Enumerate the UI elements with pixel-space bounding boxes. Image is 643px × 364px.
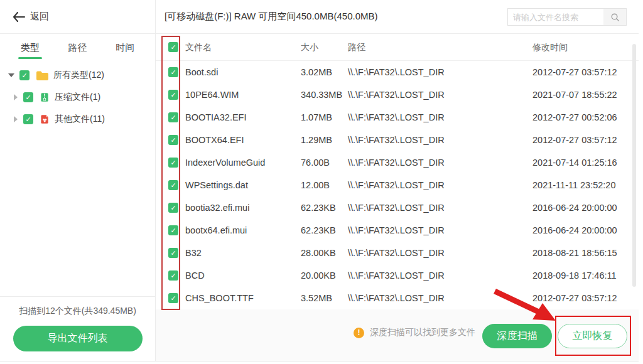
cell-file-mtime: 2012-07-27 03:57:12 (532, 61, 617, 83)
cell-file-name: bootx64.efi.mui (185, 219, 247, 242)
row-checkbox[interactable]: ✓ (168, 248, 178, 258)
bottom-action-bar: ! 深度扫描可以找到更多文件 深度扫描 立即恢复 (156, 309, 639, 361)
recover-now-button[interactable]: 立即恢复 (558, 324, 627, 348)
main-header: [可移动磁盘(F:)] RAW 可用空间450.0MB(450.0MB) (156, 0, 639, 34)
table-row[interactable]: ✓ BOOTIA32.EFI 1.07MB \\.\F:\FAT32\.LOST… (156, 106, 639, 129)
cell-file-mtime: 2018-09-18 17:46:11 (532, 264, 617, 287)
row-checkbox[interactable]: ✓ (168, 67, 178, 77)
caret-down-icon[interactable] (8, 73, 14, 77)
cell-file-name: 10PE64.WIM (185, 83, 239, 106)
tree-checkbox[interactable]: ✓ (23, 92, 33, 102)
tab-time[interactable]: 时间 (101, 34, 149, 62)
cell-file-path: \\.\F:\FAT32\.LOST_DIR (348, 242, 445, 264)
cell-file-name: BOOTIA32.EFI (185, 106, 247, 129)
column-header-name[interactable]: 文件名 (185, 34, 212, 61)
folder-icon (36, 70, 48, 81)
tab-type[interactable]: 类型 (6, 34, 54, 62)
cell-file-size: 62.23KB (301, 196, 336, 219)
table-row[interactable]: ✓ BOOTX64.EFI 1.29MB \\.\F:\FAT32\.LOST_… (156, 129, 639, 151)
vertical-scrollbar[interactable] (632, 44, 636, 287)
cell-file-path: \\.\F:\FAT32\.LOST_DIR (348, 83, 445, 106)
tree-item-label: 所有类型(12) (53, 70, 104, 81)
other-file-icon (40, 114, 50, 125)
tree-item-label: 其他文件(11) (55, 114, 105, 125)
row-checkbox[interactable]: ✓ (168, 270, 178, 281)
select-all-checkbox[interactable]: ✓ (168, 42, 178, 52)
export-file-list-button[interactable]: 导出文件列表 (13, 326, 143, 351)
tree-item-archives[interactable]: ✓ 压缩文件(1) (0, 86, 155, 108)
row-checkbox[interactable]: ✓ (168, 225, 178, 235)
cell-file-size: 1.07MB (301, 106, 332, 129)
tab-path[interactable]: 路径 (54, 34, 102, 62)
file-type-tree: ✓ 所有类型(12) ✓ 压缩文件(1) (0, 62, 155, 130)
search-button[interactable] (603, 9, 626, 25)
back-label: 返回 (30, 11, 49, 23)
table-row[interactable]: ✓ B32 28.00KB \\.\F:\FAT32\.LOST_DIR 201… (156, 242, 639, 264)
table-row[interactable]: ✓ WPSettings.dat 12.00B \\.\F:\FAT32\.LO… (156, 174, 639, 196)
cell-file-name: IndexerVolumeGuid (185, 151, 265, 174)
cell-file-size: 12.00B (301, 174, 330, 196)
cell-file-path: \\.\F:\FAT32\.LOST_DIR (348, 61, 445, 83)
cell-file-path: \\.\F:\FAT32\.LOST_DIR (348, 196, 445, 219)
tree-item-all-types[interactable]: ✓ 所有类型(12) (0, 64, 155, 86)
column-header-size[interactable]: 大小 (301, 34, 318, 61)
cell-file-mtime: 2021-07-14 01:25:16 (532, 151, 617, 174)
row-checkbox[interactable]: ✓ (168, 90, 178, 100)
caret-right-icon[interactable] (14, 116, 18, 122)
cell-file-name: Boot.sdi (185, 61, 218, 83)
cell-file-name: B32 (185, 242, 202, 264)
sidebar: 返回 类型 路径 时间 ✓ 所有类型(12) ✓ (0, 0, 156, 361)
main-panel: [可移动磁盘(F:)] RAW 可用空间450.0MB(450.0MB) ✓ 文… (156, 0, 639, 361)
cell-file-size: 340.33MB (301, 83, 342, 106)
deep-scan-button[interactable]: 深度扫描 (482, 324, 552, 348)
cell-file-mtime: 2012-07-27 03:57:12 (532, 129, 617, 151)
cell-file-path: \\.\F:\FAT32\.LOST_DIR (348, 219, 445, 242)
tree-checkbox[interactable]: ✓ (23, 114, 33, 124)
row-checkbox[interactable]: ✓ (168, 203, 178, 213)
cell-file-mtime: 2021-07-07 18:55:22 (532, 83, 617, 106)
cell-file-size: 28.00KB (301, 242, 336, 264)
tree-item-other-files[interactable]: ✓ 其他文件(11) (0, 108, 155, 130)
sidebar-tabs: 类型 路径 时间 (0, 34, 155, 62)
cell-file-path: \\.\F:\FAT32\.LOST_DIR (348, 174, 445, 196)
tree-checkbox[interactable]: ✓ (19, 70, 30, 80)
caret-right-icon[interactable] (14, 94, 18, 100)
table-row[interactable]: ✓ 10PE64.WIM 340.33MB \\.\F:\FAT32\.LOST… (156, 83, 639, 106)
deep-scan-hint: ! 深度扫描可以找到更多文件 (354, 327, 475, 338)
drive-title: [可移动磁盘(F:)] RAW 可用空间450.0MB(450.0MB) (165, 11, 378, 23)
table-row[interactable]: ✓ IndexerVolumeGuid 76.00B \\.\F:\FAT32\… (156, 151, 639, 174)
cell-file-size: 20.00KB (301, 264, 336, 287)
file-list: ✓ Boot.sdi 3.02MB \\.\F:\FAT32\.LOST_DIR… (156, 61, 639, 309)
row-checkbox[interactable]: ✓ (168, 293, 178, 303)
cell-file-name: bootia32.efi.mui (185, 196, 249, 219)
cell-file-name: CHS_BOOT.TTF (185, 287, 254, 309)
table-row[interactable]: ✓ BCD 20.00KB \\.\F:\FAT32\.LOST_DIR 201… (156, 264, 639, 287)
search-input[interactable] (508, 9, 603, 25)
file-recovery-window: 返回 类型 路径 时间 ✓ 所有类型(12) ✓ (0, 0, 639, 361)
sidebar-footer: 扫描到12个文件(共349.45MB) 导出文件列表 (0, 296, 155, 361)
row-checkbox[interactable]: ✓ (168, 158, 178, 168)
row-checkbox[interactable]: ✓ (168, 112, 178, 122)
search-box (507, 8, 627, 26)
table-row[interactable]: ✓ bootx64.efi.mui 62.23KB \\.\F:\FAT32\.… (156, 219, 639, 242)
column-header-path[interactable]: 路径 (348, 34, 365, 61)
cell-file-mtime: 2021-11-11 23:52:20 (532, 174, 616, 196)
table-row[interactable]: ✓ CHS_BOOT.TTF 3.52MB \\.\F:\FAT32\.LOST… (156, 287, 639, 309)
column-header-mtime[interactable]: 修改时间 (532, 34, 568, 61)
table-row[interactable]: ✓ Boot.sdi 3.02MB \\.\F:\FAT32\.LOST_DIR… (156, 61, 639, 83)
warning-icon: ! (354, 328, 364, 338)
cell-file-path: \\.\F:\FAT32\.LOST_DIR (348, 106, 445, 129)
cell-file-size: 3.52MB (301, 287, 332, 309)
archive-file-icon (40, 92, 50, 103)
back-button[interactable]: 返回 (0, 0, 155, 34)
cell-file-mtime: 2016-06-24 20:00:00 (532, 219, 617, 242)
cell-file-path: \\.\F:\FAT32\.LOST_DIR (348, 151, 445, 174)
search-icon (610, 13, 620, 22)
table-row[interactable]: ✓ bootia32.efi.mui 62.23KB \\.\F:\FAT32\… (156, 196, 639, 219)
row-checkbox[interactable]: ✓ (168, 180, 178, 190)
cell-file-name: BCD (185, 264, 205, 287)
back-arrow-icon (13, 12, 25, 22)
scan-summary: 扫描到12个文件(共349.45MB) (0, 306, 155, 317)
row-checkbox[interactable]: ✓ (168, 135, 178, 145)
cell-file-size: 62.23KB (301, 219, 336, 242)
